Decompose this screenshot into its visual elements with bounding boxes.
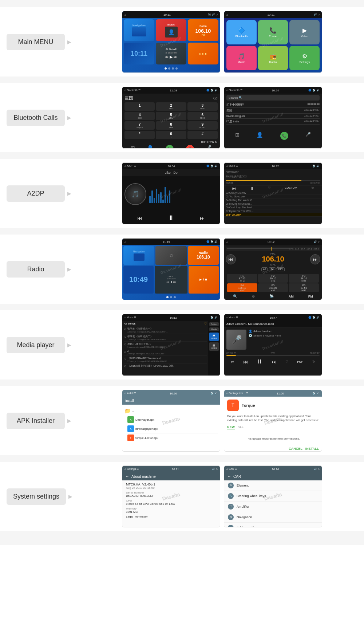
preset-3[interactable]: P398.10MHZ xyxy=(289,274,319,283)
contacts-search[interactable]: Search 🔍 xyxy=(226,95,320,101)
contact-item-1[interactable]: 汇丰中国银行 ■■■■■■■■ xyxy=(226,102,320,108)
back-arrow[interactable]: ← xyxy=(125,474,129,479)
flash-btn[interactable]: Flash xyxy=(209,327,219,331)
track-item[interactable]: 03 Too Good.wav xyxy=(224,195,322,198)
radio-tile-2[interactable]: ▶⏸⏹ xyxy=(189,266,219,294)
key-4[interactable]: 4GHI xyxy=(124,112,155,120)
mute-icon-2[interactable]: 🎤 xyxy=(305,132,311,140)
tile-video[interactable]: ▶ Video xyxy=(289,20,320,44)
prev-btn[interactable]: ⏮ xyxy=(137,215,142,221)
key-star[interactable]: * xyxy=(124,131,155,139)
key-5[interactable]: 5JKL xyxy=(156,112,186,120)
tile-radio[interactable]: 📻 Radio xyxy=(258,46,288,70)
media-item[interactable]: ♫ 张学友《聆听经典二》 13 songs /storage/E242A40E4… xyxy=(124,334,207,342)
tile-bluetooth[interactable]: 🔷 Bluetooth xyxy=(226,20,257,44)
collect-btn[interactable]: Collect xyxy=(209,322,219,326)
track-item[interactable]: 09 Do You Wanna Com... xyxy=(224,217,322,217)
call-btn[interactable]: 📞 xyxy=(280,132,288,140)
mute-icon[interactable]: 🎤 xyxy=(206,145,211,149)
key-6[interactable]: 6MNO xyxy=(187,112,218,120)
dialpad-icon-2[interactable]: ⊞ xyxy=(235,132,240,140)
next-btn[interactable]: ⏭ xyxy=(200,215,205,221)
tab-new[interactable]: NEW xyxy=(227,425,235,429)
antenna-icon[interactable]: 📡 xyxy=(269,294,274,298)
contact-item-4[interactable]: 印度 india 13711234567 xyxy=(226,119,320,125)
music-card[interactable]: Music 👤 xyxy=(156,19,186,41)
preset-4[interactable]: P4106.10MHZ xyxy=(227,283,257,292)
car-back-arrow[interactable]: ← xyxy=(227,474,231,479)
key-7[interactable]: 7PQRS xyxy=(124,121,155,130)
media-item[interactable]: ♫ 《2015格莱美的璀璨》UPDTS-WAV分轨 xyxy=(124,363,207,369)
record-icon[interactable]: ⊙ xyxy=(252,294,255,298)
track-item[interactable]: 07 Hymn For The Wee... xyxy=(224,209,322,213)
radio-card[interactable]: Radio 106.10 FM xyxy=(188,19,218,41)
car-item-element[interactable]: ⚙ Element xyxy=(224,480,322,491)
media-tile[interactable]: ZAI S... ▶ 00:00:00 ⏮ ⏸ ⏭ xyxy=(155,266,187,294)
tab-all[interactable]: ALL xyxy=(238,425,244,429)
track-item[interactable]: 04 Setting The World O... xyxy=(224,198,322,202)
nav-card[interactable]: Navigation xyxy=(124,19,154,41)
tag-pty[interactable]: PTY xyxy=(277,267,285,271)
track-item[interactable]: 05 Moving Mountains... xyxy=(224,202,322,206)
next-btn-2[interactable]: ⏭ xyxy=(272,359,276,365)
radio-tile[interactable]: Radio 106.10 xyxy=(188,246,219,265)
search-icon[interactable]: 🔍 xyxy=(233,294,237,298)
key-2[interactable]: 2ABC xyxy=(156,102,186,111)
key-9[interactable]: 9WXYZ xyxy=(187,121,218,130)
dialpad-icon[interactable]: ⊞ xyxy=(131,145,135,149)
clock-tile[interactable]: 10:49 xyxy=(123,266,154,294)
tile-phone[interactable]: 📞 Phone xyxy=(258,20,288,44)
answer-btn[interactable]: 📞 xyxy=(166,145,174,149)
media-item[interactable]: ♫ 黑鸭子-伴你二十年-1 1 songs /storage/E242A40E4… xyxy=(124,342,207,349)
music-loop[interactable]: ↻ xyxy=(311,186,314,190)
prev-station[interactable]: ⏮ xyxy=(226,254,236,264)
track-item[interactable]: 06 Can't Stop The Feeli... xyxy=(224,206,322,209)
preset-5[interactable]: P5108.00MHZ xyxy=(258,283,288,292)
nav-tile[interactable]: Navigation xyxy=(123,246,154,265)
music-tile[interactable]: ♫ xyxy=(155,246,186,265)
install-btn[interactable]: INSTALL xyxy=(305,447,319,451)
shuffle-btn[interactable]: ⇌ xyxy=(231,359,234,364)
prev-btn-2[interactable]: ⏮ xyxy=(243,359,248,365)
tile-settings[interactable]: ⚙ Settings xyxy=(289,46,320,70)
contact-item-3[interactable]: hatem belgum 13711234567 xyxy=(226,114,320,119)
music-custom[interactable]: CUSTOM xyxy=(285,186,297,190)
contact-item-2[interactable]: 美国 13711234567 xyxy=(226,108,320,114)
music-play[interactable]: ⏸ xyxy=(250,186,254,190)
loop-btn[interactable]: ↻ xyxy=(312,360,315,363)
preset-6[interactable]: P687.50MHZ xyxy=(289,283,319,292)
media-card[interactable]: Al FistoR ▶ 00:00:00 ⏮ ▶ ⏭ xyxy=(156,43,186,64)
car-item-navigation[interactable]: 🗺 Navigation xyxy=(224,512,322,523)
music-heart[interactable]: ♡ xyxy=(268,186,271,190)
apk-file-2[interactable]: A birdwallpaper.apk xyxy=(127,424,218,433)
person-icon[interactable]: 👤 xyxy=(147,145,153,149)
car-item-driving[interactable]: 🚗 Driving settings xyxy=(224,523,322,527)
key-1[interactable]: 1 xyxy=(124,102,155,111)
usb3-icon[interactable]: ⬒ USB3 xyxy=(209,342,219,351)
key-3[interactable]: 3DEF xyxy=(187,102,218,111)
apk-file-3[interactable]: T torque-1.8.92.apk xyxy=(127,433,218,442)
play-btn-2[interactable]: ⏸ xyxy=(257,358,262,365)
usb1-icon[interactable]: ⬒ USB1 xyxy=(209,333,219,341)
am-btn[interactable]: AM xyxy=(289,295,294,298)
heart-btn[interactable]: ♡ xyxy=(285,360,288,363)
key-0[interactable]: 0+ xyxy=(156,131,186,139)
person-icon-2[interactable]: 👤 xyxy=(257,132,263,140)
car-item-amplifier[interactable]: 🔊 Amplifier xyxy=(224,502,322,512)
track-item[interactable]: 02 Oh My MY.wav xyxy=(224,191,322,195)
media-item[interactable]: ♫ dj 2 songs /storage/E242A40E42A3E60F/ xyxy=(124,349,207,356)
media-item[interactable]: ♫ 《2013 GRAMMY Nominees》 22 songs /stora… xyxy=(124,356,207,363)
preset-1[interactable]: P187.50MHZ xyxy=(227,274,257,283)
tile-music[interactable]: 🎵 Music xyxy=(226,46,257,70)
tag-af[interactable]: AF xyxy=(261,267,268,271)
track-item-active[interactable]: 08 F-VR.wav xyxy=(224,213,322,217)
preset-2[interactable]: P290.10MHZ xyxy=(258,274,288,283)
music-prev[interactable]: ⏮ xyxy=(232,186,236,190)
media-item[interactable]: ♫ 张学友《聆听经典一》 13 songs /storage/E242A40E4… xyxy=(124,326,207,334)
key-8[interactable]: 8TUV xyxy=(156,121,186,130)
tag-ta[interactable]: TA xyxy=(269,267,275,271)
next-station[interactable]: ⏭ xyxy=(310,254,320,264)
key-hash[interactable]: # xyxy=(187,131,218,139)
apk-file-1[interactable]: A DabPlayer.apk xyxy=(127,415,218,424)
car-item-steering[interactable]: 🔧 Steering wheel keys xyxy=(224,491,322,502)
